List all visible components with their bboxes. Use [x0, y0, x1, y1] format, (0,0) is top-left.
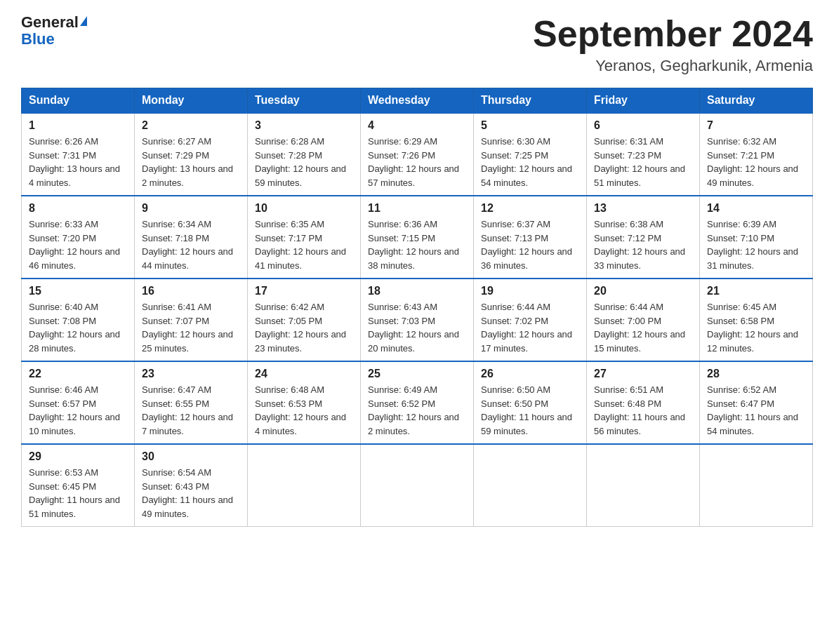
calendar-cell: 15Sunrise: 6:40 AMSunset: 7:08 PMDayligh… — [22, 279, 135, 361]
day-number: 17 — [255, 285, 353, 297]
calendar-cell: 25Sunrise: 6:49 AMSunset: 6:52 PMDayligh… — [361, 361, 474, 444]
day-number: 22 — [29, 368, 127, 380]
day-info: Sunrise: 6:40 AMSunset: 7:08 PMDaylight:… — [29, 300, 127, 355]
day-info: Sunrise: 6:41 AMSunset: 7:07 PMDaylight:… — [142, 300, 240, 355]
day-info: Sunrise: 6:50 AMSunset: 6:50 PMDaylight:… — [481, 383, 579, 438]
day-number: 21 — [707, 285, 805, 297]
day-info: Sunrise: 6:34 AMSunset: 7:18 PMDaylight:… — [142, 217, 240, 272]
logo: General Blue — [21, 14, 87, 48]
day-number: 1 — [29, 119, 127, 132]
column-header-tuesday: Tuesday — [248, 88, 361, 114]
column-header-saturday: Saturday — [700, 88, 813, 114]
calendar-cell: 23Sunrise: 6:47 AMSunset: 6:55 PMDayligh… — [135, 361, 248, 444]
day-number: 9 — [142, 202, 240, 215]
day-info: Sunrise: 6:33 AMSunset: 7:20 PMDaylight:… — [29, 217, 127, 272]
day-number: 14 — [707, 202, 805, 215]
day-number: 30 — [142, 450, 240, 463]
day-number: 29 — [29, 450, 127, 463]
calendar-table: SundayMondayTuesdayWednesdayThursdayFrid… — [21, 88, 813, 527]
day-info: Sunrise: 6:28 AMSunset: 7:28 PMDaylight:… — [255, 135, 353, 189]
calendar-cell: 1Sunrise: 6:26 AMSunset: 7:31 PMDaylight… — [22, 113, 135, 196]
month-title: September 2024 — [533, 14, 813, 54]
day-info: Sunrise: 6:37 AMSunset: 7:13 PMDaylight:… — [481, 217, 579, 272]
week-row-5: 29Sunrise: 6:53 AMSunset: 6:45 PMDayligh… — [22, 444, 813, 527]
calendar-cell: 17Sunrise: 6:42 AMSunset: 7:05 PMDayligh… — [248, 279, 361, 361]
day-number: 3 — [255, 119, 353, 132]
day-info: Sunrise: 6:49 AMSunset: 6:52 PMDaylight:… — [368, 383, 466, 438]
day-number: 2 — [142, 119, 240, 132]
calendar-cell: 14Sunrise: 6:39 AMSunset: 7:10 PMDayligh… — [700, 196, 813, 279]
calendar-cell: 24Sunrise: 6:48 AMSunset: 6:53 PMDayligh… — [248, 361, 361, 444]
day-number: 25 — [368, 368, 466, 380]
day-info: Sunrise: 6:48 AMSunset: 6:53 PMDaylight:… — [255, 383, 353, 438]
calendar-cell: 28Sunrise: 6:52 AMSunset: 6:47 PMDayligh… — [700, 361, 813, 444]
calendar-cell — [248, 444, 361, 527]
calendar-cell: 16Sunrise: 6:41 AMSunset: 7:07 PMDayligh… — [135, 279, 248, 361]
calendar-cell: 6Sunrise: 6:31 AMSunset: 7:23 PMDaylight… — [587, 113, 700, 196]
calendar-cell: 10Sunrise: 6:35 AMSunset: 7:17 PMDayligh… — [248, 196, 361, 279]
day-info: Sunrise: 6:43 AMSunset: 7:03 PMDaylight:… — [368, 300, 466, 355]
day-number: 6 — [594, 119, 692, 132]
day-number: 24 — [255, 368, 353, 380]
day-number: 7 — [707, 119, 805, 132]
calendar-cell — [700, 444, 813, 527]
week-row-4: 22Sunrise: 6:46 AMSunset: 6:57 PMDayligh… — [22, 361, 813, 444]
day-number: 13 — [594, 202, 692, 215]
day-info: Sunrise: 6:31 AMSunset: 7:23 PMDaylight:… — [594, 135, 692, 189]
day-info: Sunrise: 6:44 AMSunset: 7:02 PMDaylight:… — [481, 300, 579, 355]
day-number: 27 — [594, 368, 692, 380]
day-info: Sunrise: 6:42 AMSunset: 7:05 PMDaylight:… — [255, 300, 353, 355]
day-info: Sunrise: 6:26 AMSunset: 7:31 PMDaylight:… — [29, 135, 127, 189]
calendar-cell: 7Sunrise: 6:32 AMSunset: 7:21 PMDaylight… — [700, 113, 813, 196]
logo-text-blue: Blue — [21, 31, 55, 48]
page-header: General Blue September 2024 Yeranos, Geg… — [21, 14, 813, 75]
day-number: 11 — [368, 202, 466, 215]
calendar-cell: 9Sunrise: 6:34 AMSunset: 7:18 PMDaylight… — [135, 196, 248, 279]
day-info: Sunrise: 6:38 AMSunset: 7:12 PMDaylight:… — [594, 217, 692, 272]
day-info: Sunrise: 6:47 AMSunset: 6:55 PMDaylight:… — [142, 383, 240, 438]
calendar-cell: 20Sunrise: 6:44 AMSunset: 7:00 PMDayligh… — [587, 279, 700, 361]
column-header-sunday: Sunday — [22, 88, 135, 114]
day-info: Sunrise: 6:30 AMSunset: 7:25 PMDaylight:… — [481, 135, 579, 189]
column-header-wednesday: Wednesday — [361, 88, 474, 114]
calendar-cell: 29Sunrise: 6:53 AMSunset: 6:45 PMDayligh… — [22, 444, 135, 527]
day-number: 16 — [142, 285, 240, 297]
day-info: Sunrise: 6:45 AMSunset: 6:58 PMDaylight:… — [707, 300, 805, 355]
calendar-cell — [474, 444, 587, 527]
logo-text-general: General — [21, 14, 79, 31]
calendar-header-row: SundayMondayTuesdayWednesdayThursdayFrid… — [22, 88, 813, 114]
calendar-cell: 11Sunrise: 6:36 AMSunset: 7:15 PMDayligh… — [361, 196, 474, 279]
day-number: 26 — [481, 368, 579, 380]
calendar-cell: 3Sunrise: 6:28 AMSunset: 7:28 PMDaylight… — [248, 113, 361, 196]
calendar-cell: 21Sunrise: 6:45 AMSunset: 6:58 PMDayligh… — [700, 279, 813, 361]
calendar-cell: 12Sunrise: 6:37 AMSunset: 7:13 PMDayligh… — [474, 196, 587, 279]
day-number: 23 — [142, 368, 240, 380]
calendar-cell: 5Sunrise: 6:30 AMSunset: 7:25 PMDaylight… — [474, 113, 587, 196]
day-number: 4 — [368, 119, 466, 132]
calendar-cell: 19Sunrise: 6:44 AMSunset: 7:02 PMDayligh… — [474, 279, 587, 361]
calendar-cell: 30Sunrise: 6:54 AMSunset: 6:43 PMDayligh… — [135, 444, 248, 527]
day-info: Sunrise: 6:54 AMSunset: 6:43 PMDaylight:… — [142, 466, 240, 521]
logo-triangle-icon — [80, 16, 87, 26]
day-number: 15 — [29, 285, 127, 297]
day-number: 20 — [594, 285, 692, 297]
day-info: Sunrise: 6:44 AMSunset: 7:00 PMDaylight:… — [594, 300, 692, 355]
week-row-2: 8Sunrise: 6:33 AMSunset: 7:20 PMDaylight… — [22, 196, 813, 279]
day-info: Sunrise: 6:35 AMSunset: 7:17 PMDaylight:… — [255, 217, 353, 272]
day-info: Sunrise: 6:52 AMSunset: 6:47 PMDaylight:… — [707, 383, 805, 438]
day-info: Sunrise: 6:46 AMSunset: 6:57 PMDaylight:… — [29, 383, 127, 438]
day-number: 8 — [29, 202, 127, 215]
calendar-cell: 13Sunrise: 6:38 AMSunset: 7:12 PMDayligh… — [587, 196, 700, 279]
calendar-cell: 22Sunrise: 6:46 AMSunset: 6:57 PMDayligh… — [22, 361, 135, 444]
calendar-cell: 27Sunrise: 6:51 AMSunset: 6:48 PMDayligh… — [587, 361, 700, 444]
calendar-cell: 2Sunrise: 6:27 AMSunset: 7:29 PMDaylight… — [135, 113, 248, 196]
week-row-3: 15Sunrise: 6:40 AMSunset: 7:08 PMDayligh… — [22, 279, 813, 361]
day-number: 12 — [481, 202, 579, 215]
column-header-thursday: Thursday — [474, 88, 587, 114]
day-number: 10 — [255, 202, 353, 215]
day-info: Sunrise: 6:53 AMSunset: 6:45 PMDaylight:… — [29, 466, 127, 521]
week-row-1: 1Sunrise: 6:26 AMSunset: 7:31 PMDaylight… — [22, 113, 813, 196]
day-number: 5 — [481, 119, 579, 132]
calendar-cell — [361, 444, 474, 527]
calendar-cell: 8Sunrise: 6:33 AMSunset: 7:20 PMDaylight… — [22, 196, 135, 279]
